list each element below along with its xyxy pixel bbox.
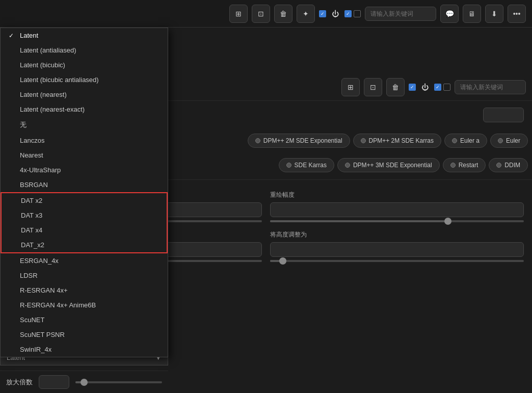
denoising-group: 重绘幅度 0.7 — [270, 191, 524, 222]
dropdown-item-esrgan[interactable]: ESRGAN_4x — [1, 253, 168, 268]
scale-input[interactable]: 2 — [39, 375, 69, 389]
denoising-input[interactable]: 0.7 — [270, 202, 524, 217]
dropdown-item-lanczos[interactable]: Lanczos — [1, 133, 168, 148]
dat-highlight-group: DAT x2 DAT x3 DAT x4 DAT_x2 — [1, 192, 168, 253]
dropdown-item-latent-bicubic-antialiased[interactable]: Latent (bicubic antialiased) — [1, 72, 168, 87]
checkbox-3[interactable] — [354, 10, 361, 17]
sampler-dpm3m-sde-exp[interactable]: DPM++ 3M SDE Exponential — [337, 158, 440, 172]
top-toolbar: ⊞ ⊡ 🗑 ✦ ✓ ⏻ ✓ 💬 🖥 ⬇ ••• — [0, 0, 532, 28]
keyword-input-top[interactable] — [365, 7, 436, 21]
dropdown-item-latent[interactable]: ✓ Latent — [1, 28, 168, 43]
dropdown-item-wu[interactable]: 无 — [1, 117, 168, 133]
steps-input[interactable]: 20 — [483, 108, 524, 122]
dropdown-item-dat-x3[interactable]: DAT x3 — [2, 208, 167, 223]
chat-icon[interactable]: 💬 — [440, 5, 459, 23]
keyword-btn-trash[interactable]: 🗑 — [386, 78, 405, 96]
sampler-dot — [496, 163, 501, 168]
sampler-dot — [286, 163, 291, 168]
denoising-fill — [270, 220, 448, 222]
sampler-ddim[interactable]: DDIM — [489, 158, 528, 172]
scale-row: 放大倍数 2 — [0, 371, 168, 393]
sampler-dot — [345, 163, 350, 168]
toolbar-btn-ai[interactable]: ✦ — [297, 5, 315, 23]
denoising-thumb[interactable] — [444, 218, 451, 225]
height-label: 将高度调整为 — [270, 230, 524, 239]
sampler-dot — [255, 138, 260, 143]
toolbar-btn-1[interactable]: ⊞ — [229, 5, 248, 23]
keyword-power-icon[interactable]: ⏻ — [418, 80, 432, 94]
dropdown-item-swinir[interactable]: SwinIR_4x — [1, 342, 168, 357]
height-input[interactable]: 0 — [270, 242, 524, 257]
dropdown-item-dat-x2-underscore[interactable]: DAT_x2 — [2, 238, 167, 252]
dropdown-item-latent-nearest-exact[interactable]: Latent (nearest-exact) — [1, 102, 168, 117]
keyword-btn-1[interactable]: ⊞ — [341, 78, 360, 96]
monitor-icon[interactable]: 🖥 — [463, 5, 481, 23]
scale-label: 放大倍数 — [6, 378, 33, 387]
main-area: ⊞ ⊡ 🗑 ✓ ⏻ ✓ （将跳过当前图片，ESC 停止生成） 20 DPM++ … — [0, 28, 532, 393]
sampler-euler-a[interactable]: Euler a — [444, 134, 487, 148]
height-slider[interactable] — [270, 260, 524, 262]
toolbar-btn-2[interactable]: ⊡ — [252, 5, 270, 23]
more-icon[interactable]: ••• — [508, 5, 526, 23]
sampler-dot — [361, 138, 366, 143]
sampler-restart[interactable]: Restart — [443, 158, 486, 172]
keyword-cb-2[interactable]: ✓ — [434, 84, 441, 91]
checkbox-2[interactable]: ✓ — [344, 10, 352, 17]
dropdown-item-scunet-psnr[interactable]: ScuNET PSNR — [1, 327, 168, 342]
dropdown-item-resrgan-4x[interactable]: R-ESRGAN 4x+ — [1, 283, 168, 298]
dropdown-item-scunet[interactable]: ScuNET — [1, 312, 168, 327]
check-icon: ✓ — [9, 32, 16, 39]
keyword-cb-1[interactable]: ✓ — [409, 84, 416, 91]
dropdown-item-latent-bicubic[interactable]: Latent (bicubic) — [1, 58, 168, 72]
sampler-dpm2m-sde-exp[interactable]: DPM++ 2M SDE Exponential — [248, 134, 350, 148]
sampler-dot — [498, 138, 503, 143]
dropdown-item-ldsr[interactable]: LDSR — [1, 268, 168, 283]
dropdown-item-latent-antialiased[interactable]: Latent (antialiased) — [1, 43, 168, 58]
toolbar-btn-trash[interactable]: 🗑 — [274, 5, 292, 23]
checkbox-1[interactable]: ✓ — [319, 10, 326, 17]
scale-slider[interactable] — [75, 381, 162, 383]
keyword-cb-3[interactable] — [443, 84, 450, 91]
dropdown-item-4x-ultrasharp[interactable]: 4x-UltraSharp — [1, 163, 168, 177]
dropdown-item-bsrgan[interactable]: BSRGAN — [1, 177, 168, 192]
sampler-dot — [452, 138, 457, 143]
scale-slider-thumb[interactable] — [81, 379, 88, 386]
denoising-slider[interactable] — [270, 220, 524, 222]
dropdown-overlay: ✓ Latent Latent (antialiased) Latent (bi… — [0, 28, 168, 357]
keyword-input-row2[interactable] — [455, 80, 526, 94]
sampler-dot — [450, 163, 456, 168]
power-icon[interactable]: ⏻ — [328, 7, 342, 21]
dropdown-item-resrgan-anime[interactable]: R-ESRGAN 4x+ Anime6B — [1, 298, 168, 312]
dropdown-item-nearest[interactable]: Nearest — [1, 148, 168, 163]
sampler-dpm2m-sde-karras[interactable]: DPM++ 2M SDE Karras — [353, 134, 441, 148]
height-thumb[interactable] — [279, 257, 286, 265]
dropdown-item-dat-x4[interactable]: DAT x4 — [2, 223, 167, 238]
keyword-checkboxes: ✓ ⏻ ✓ — [409, 80, 450, 94]
height-group: 将高度调整为 0 — [270, 230, 524, 262]
keyword-btn-2[interactable]: ⊡ — [364, 78, 382, 96]
dropdown-item-dat-x2[interactable]: DAT x2 — [2, 193, 167, 208]
denoising-label: 重绘幅度 — [270, 191, 524, 199]
download-icon[interactable]: ⬇ — [485, 5, 503, 23]
dropdown-item-latent-nearest[interactable]: Latent (nearest) — [1, 87, 168, 102]
sampler-euler[interactable]: Euler — [490, 134, 528, 148]
sampler-sde-karras[interactable]: SDE Karras — [279, 158, 334, 172]
toolbar-checkboxes: ✓ ⏻ ✓ — [319, 7, 361, 21]
